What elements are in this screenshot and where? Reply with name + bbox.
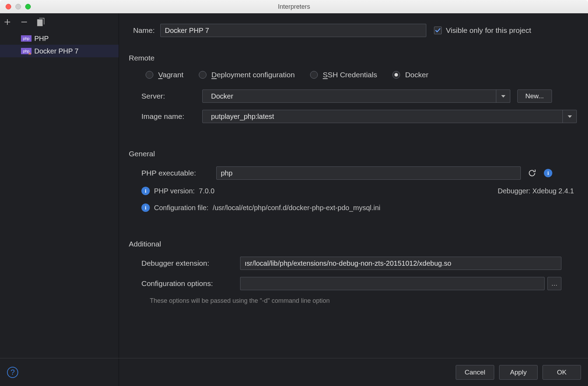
window-title: Interpreters <box>0 3 588 10</box>
php-executable-input[interactable] <box>216 166 521 180</box>
new-server-button[interactable]: New... <box>517 90 552 103</box>
image-name-label: Image name: <box>141 112 202 121</box>
remote-section-title: Remote <box>129 54 578 62</box>
main-panel: Name: Visible only for this project Remo… <box>119 13 588 386</box>
additional-section-title: Additional <box>129 240 578 248</box>
debugger-ext-label: Debugger extension: <box>141 259 240 267</box>
info-icon: i <box>141 187 150 195</box>
radio-vagrant[interactable]: Vagrant <box>146 71 183 79</box>
config-options-browse-button[interactable]: … <box>547 277 561 290</box>
sidebar-item-label: PHP <box>34 35 49 43</box>
php-version-value: 7.0.0 <box>199 187 214 195</box>
radio-dot-icon <box>199 71 206 79</box>
chevron-down-icon <box>562 110 576 123</box>
debugger-ext-input[interactable] <box>240 257 561 270</box>
config-file-value: /usr/local/etc/php/conf.d/docker-php-ext… <box>213 204 380 212</box>
sidebar-item-label: Docker PHP 7 <box>34 47 78 55</box>
visible-only-label: Visible only for this project <box>446 26 531 35</box>
debugger-label: Debugger: <box>498 187 530 195</box>
dialog-footer: ? Cancel Apply OK <box>0 358 588 386</box>
info-icon: i <box>141 203 150 212</box>
php-executable-label: PHP executable: <box>141 169 216 177</box>
chevron-down-icon <box>496 90 510 102</box>
help-button[interactable]: ? <box>7 367 18 378</box>
radio-dot-icon <box>310 71 318 79</box>
debugger-value: Xdebug 2.4.1 <box>532 187 574 195</box>
radio-docker[interactable]: Docker <box>392 71 428 79</box>
radio-deployment[interactable]: Deployment configuration <box>199 71 295 79</box>
server-value: Docker <box>207 92 233 100</box>
name-label: Name: <box>129 26 160 35</box>
name-input[interactable] <box>160 24 426 37</box>
remove-button[interactable] <box>20 17 29 27</box>
remote-radio-group: Vagrant Deployment configuration SSH Cre… <box>129 71 578 79</box>
svg-rect-3 <box>37 20 42 26</box>
sidebar-toolbar <box>0 13 119 31</box>
config-options-label: Configuration options: <box>141 279 240 288</box>
php-icon: php <box>21 35 31 42</box>
add-button[interactable] <box>3 17 12 27</box>
ok-button[interactable]: OK <box>542 365 581 380</box>
info-button[interactable]: i <box>543 168 553 178</box>
php-remote-icon: phpR <box>21 48 31 54</box>
radio-ssh[interactable]: SSH Credentials <box>310 71 377 79</box>
sidebar-item-php[interactable]: php PHP <box>0 32 119 45</box>
general-section-title: General <box>129 150 578 158</box>
sidebar: php PHP phpR Docker PHP 7 <box>0 13 119 386</box>
reload-button[interactable] <box>527 168 537 178</box>
sidebar-item-docker-php7[interactable]: phpR Docker PHP 7 <box>0 45 119 57</box>
copy-button[interactable] <box>36 17 46 27</box>
config-file-label: Configuration file: <box>154 204 209 212</box>
visible-only-checkbox[interactable] <box>434 27 442 34</box>
config-options-hint: These options will be passed using the "… <box>129 297 578 305</box>
radio-dot-icon <box>146 71 153 79</box>
cancel-button[interactable]: Cancel <box>456 365 494 380</box>
radio-dot-selected-icon <box>392 71 400 79</box>
image-name-value: putplayer_php:latest <box>207 113 274 121</box>
apply-button[interactable]: Apply <box>499 365 538 380</box>
titlebar: Interpreters <box>0 0 588 13</box>
server-select[interactable]: Docker <box>202 90 510 103</box>
php-version-label: PHP version: <box>154 187 195 195</box>
config-options-input[interactable] <box>240 277 545 290</box>
image-name-select[interactable]: putplayer_php:latest <box>202 110 577 123</box>
server-label: Server: <box>141 92 202 100</box>
